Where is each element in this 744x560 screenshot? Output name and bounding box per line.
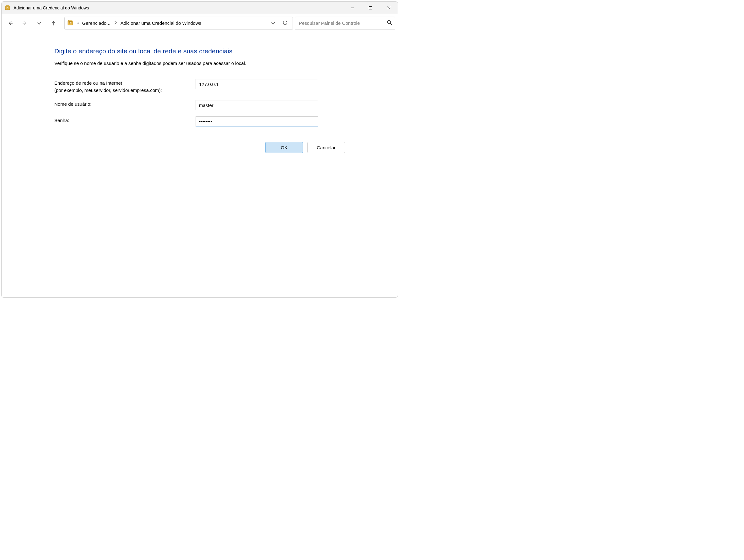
- breadcrumb-root-separator: «: [77, 21, 79, 25]
- search-box[interactable]: [295, 16, 395, 30]
- svg-rect-1: [6, 5, 9, 7]
- content-scroll: Digite o endereço do site ou local de re…: [2, 32, 398, 136]
- close-button[interactable]: [379, 2, 398, 14]
- maximize-button[interactable]: [361, 2, 379, 14]
- svg-point-2: [7, 7, 8, 8]
- svg-rect-4: [369, 6, 372, 9]
- svg-line-14: [390, 23, 392, 25]
- nav-up-button[interactable]: [47, 17, 60, 30]
- page-heading: Digite o endereço do site ou local de re…: [54, 47, 398, 55]
- username-input[interactable]: [195, 100, 318, 110]
- search-input[interactable]: [299, 21, 384, 26]
- ok-button[interactable]: OK: [265, 142, 303, 153]
- content-area: Digite o endereço do site ou local de re…: [2, 32, 398, 297]
- nav-recent-button[interactable]: [33, 17, 45, 30]
- cancel-button[interactable]: Cancelar: [307, 142, 345, 153]
- password-input[interactable]: [195, 116, 318, 126]
- toolbar: « Gerenciado... Adicionar uma Credencial…: [2, 14, 398, 32]
- address-label-line2: (por exemplo, meuservidor, servidor.empr…: [54, 87, 162, 93]
- credential-form: Endereço de rede ou na Internet (por exe…: [54, 79, 398, 126]
- app-icon: [5, 5, 10, 11]
- footer-actions: OK Cancelar: [2, 136, 398, 153]
- refresh-button[interactable]: [280, 17, 291, 29]
- chevron-right-icon[interactable]: [112, 21, 119, 26]
- address-label: Endereço de rede ou na Internet (por exe…: [54, 79, 192, 94]
- window-frame: Adicionar uma Credencial do Windows: [1, 1, 398, 298]
- svg-point-13: [387, 21, 390, 24]
- page-subtext: Verifique se o nome de usuário e a senha…: [54, 61, 398, 66]
- address-input[interactable]: [195, 79, 318, 89]
- svg-point-12: [70, 22, 71, 24]
- nav-forward-button[interactable]: [18, 17, 31, 30]
- username-label: Nome de usuário:: [54, 100, 192, 108]
- nav-back-button[interactable]: [4, 17, 16, 30]
- breadcrumb-current[interactable]: Adicionar uma Credencial do Windows: [119, 19, 203, 27]
- minimize-button[interactable]: [343, 2, 361, 14]
- address-bar[interactable]: « Gerenciado... Adicionar uma Credencial…: [64, 16, 293, 30]
- breadcrumb-icon: [67, 20, 74, 27]
- password-label: Senha:: [54, 116, 192, 124]
- search-icon[interactable]: [387, 20, 393, 26]
- address-dropdown-button[interactable]: [267, 17, 279, 29]
- breadcrumb-parent[interactable]: Gerenciado...: [81, 19, 112, 27]
- window-controls: [343, 2, 398, 14]
- titlebar: Adicionar uma Credencial do Windows: [2, 2, 398, 14]
- address-label-line1: Endereço de rede ou na Internet: [54, 80, 122, 86]
- window-title: Adicionar uma Credencial do Windows: [13, 5, 89, 10]
- svg-rect-11: [68, 20, 72, 21]
